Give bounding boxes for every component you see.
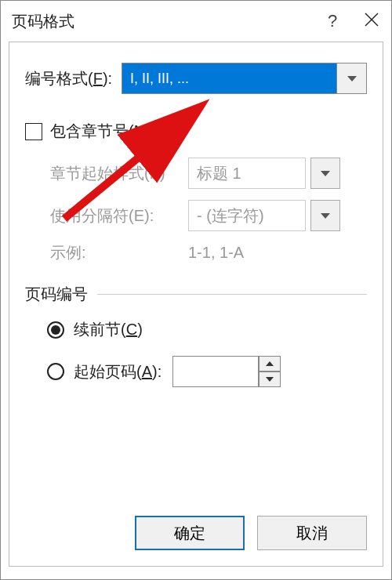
triangle-down-icon bbox=[266, 377, 274, 382]
start-at-input[interactable] bbox=[172, 356, 259, 387]
chapter-style-dropdown-button bbox=[310, 158, 340, 189]
page-numbering-legend: 页码编号 bbox=[25, 284, 94, 305]
example-label: 示例: bbox=[50, 242, 188, 263]
spinner-up-button[interactable] bbox=[259, 356, 281, 372]
spinner-buttons bbox=[259, 356, 281, 387]
example-value: 1-1, 1-A bbox=[188, 244, 244, 262]
example-row: 示例: 1-1, 1-A bbox=[50, 242, 367, 263]
divider bbox=[97, 294, 367, 295]
titlebar: 页码格式 ? bbox=[1, 1, 391, 42]
start-at-label: 起始页码(A): bbox=[74, 361, 162, 382]
number-format-dropdown-button[interactable] bbox=[336, 63, 366, 93]
chapter-sub-group: 章节起始样式(P) 标题 1 使用分隔符(E): - (连字符) 示例: 1-1… bbox=[50, 158, 367, 263]
close-button[interactable] bbox=[352, 13, 391, 31]
start-at-spinner bbox=[172, 356, 281, 387]
chevron-down-icon bbox=[321, 171, 330, 176]
close-icon bbox=[365, 13, 379, 27]
continue-radio[interactable] bbox=[47, 321, 64, 339]
start-at-radio-row: 起始页码(A): bbox=[47, 356, 367, 387]
include-chapter-row: 包含章节号(N) bbox=[25, 121, 367, 142]
ok-button[interactable]: 确定 bbox=[135, 516, 245, 550]
help-button[interactable]: ? bbox=[313, 11, 352, 31]
dialog-buttons: 确定 取消 bbox=[135, 516, 367, 550]
dialog-content: 编号格式(F): I, II, III, ... 包含章节号(N) 章节起始样式… bbox=[9, 42, 383, 567]
chapter-style-combo: 标题 1 bbox=[188, 158, 306, 189]
chevron-down-icon bbox=[347, 76, 357, 82]
radio-group: 续前节(C) 起始页码(A): bbox=[47, 319, 367, 387]
number-format-row: 编号格式(F): I, II, III, ... bbox=[25, 63, 367, 94]
page-number-format-dialog: 页码格式 ? 编号格式(F): I, II, III, ... 包含章节号(N) bbox=[0, 0, 392, 580]
spinner-down-button[interactable] bbox=[259, 372, 281, 387]
separator-dropdown-button bbox=[310, 200, 340, 231]
chapter-style-row: 章节起始样式(P) 标题 1 bbox=[50, 158, 367, 189]
number-format-combo[interactable]: I, II, III, ... bbox=[122, 63, 367, 94]
chevron-down-icon bbox=[321, 213, 330, 219]
number-format-value: I, II, III, ... bbox=[122, 63, 336, 93]
continue-label: 续前节(C) bbox=[74, 319, 143, 340]
separator-label: 使用分隔符(E): bbox=[50, 205, 188, 227]
include-chapter-label: 包含章节号(N) bbox=[50, 121, 151, 142]
separator-combo: - (连字符) bbox=[188, 200, 306, 231]
start-at-radio[interactable] bbox=[47, 363, 64, 380]
dialog-title: 页码格式 bbox=[12, 11, 313, 32]
page-numbering-fieldset: 页码编号 续前节(C) 起始页码(A): bbox=[25, 284, 367, 387]
include-chapter-checkbox[interactable] bbox=[25, 123, 42, 140]
number-format-label: 编号格式(F): bbox=[25, 68, 112, 89]
separator-row: 使用分隔符(E): - (连字符) bbox=[50, 200, 367, 231]
cancel-button[interactable]: 取消 bbox=[257, 516, 367, 550]
chapter-style-label: 章节起始样式(P) bbox=[50, 163, 188, 184]
triangle-up-icon bbox=[266, 361, 274, 366]
continue-radio-row: 续前节(C) bbox=[47, 319, 367, 340]
